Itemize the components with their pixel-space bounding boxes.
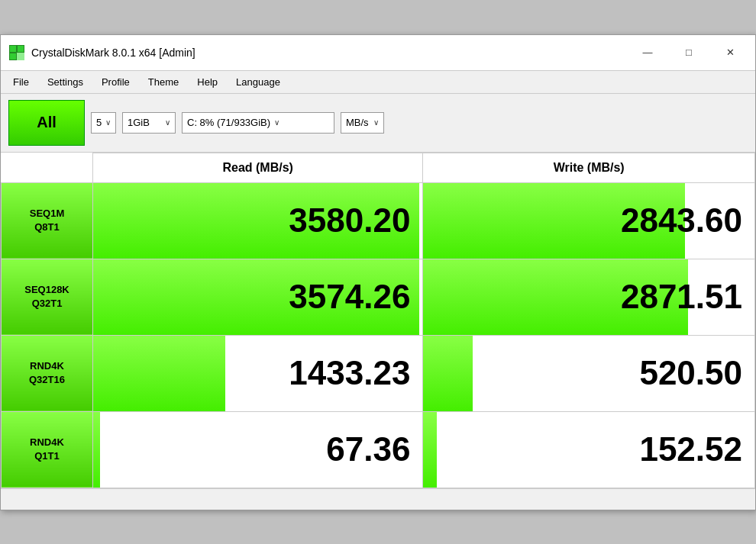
bench-label-0: SEQ1MQ8T1 xyxy=(2,182,93,259)
status-bar xyxy=(1,488,755,510)
all-button[interactable]: All xyxy=(8,100,85,146)
menu-bar: FileSettingsProfileThemeHelpLanguage xyxy=(1,71,755,94)
write-value-0: 2843.60 xyxy=(621,201,742,240)
count-select[interactable]: 5 1 3 xyxy=(96,117,102,128)
bench-label-3: RND4KQ1T1 xyxy=(2,411,93,488)
bench-table: Read (MB/s) Write (MB/s) SEQ1MQ8T13580.2… xyxy=(1,153,755,488)
window-title: CrystalDiskMark 8.0.1 x64 [Admin] xyxy=(31,47,630,59)
read-value-0: 3580.20 xyxy=(289,201,410,240)
app-icon xyxy=(8,44,25,61)
bench-write-0: 2843.60 xyxy=(423,182,755,259)
write-header: Write (MB/s) xyxy=(423,153,755,182)
drive-select-wrapper[interactable]: C: 8% (71/933GiB) xyxy=(182,112,334,134)
corner-cell xyxy=(2,153,93,182)
bench-label-1: SEQ128KQ32T1 xyxy=(2,259,93,335)
size-select-wrapper[interactable]: 1GiB 512MiB 2GiB xyxy=(122,112,176,134)
menu-item-profile[interactable]: Profile xyxy=(94,73,137,91)
count-select-wrapper[interactable]: 5 1 3 xyxy=(91,112,116,134)
read-value-1: 3574.26 xyxy=(289,278,410,316)
svg-rect-6 xyxy=(18,46,24,52)
write-value-1: 2871.51 xyxy=(621,278,742,316)
unit-select[interactable]: MB/s GB/s IOPS xyxy=(346,117,370,128)
bench-label-2: RND4KQ32T16 xyxy=(2,335,93,411)
toolbar: All 5 1 3 1GiB 512MiB 2GiB C: 8% (71/933… xyxy=(1,94,755,153)
menu-item-file[interactable]: File xyxy=(5,73,37,91)
table-row: RND4KQ32T161433.23520.50 xyxy=(2,335,755,411)
svg-rect-5 xyxy=(10,53,16,60)
write-value-2: 520.50 xyxy=(639,354,742,392)
app-window: CrystalDiskMark 8.0.1 x64 [Admin] — □ ✕ … xyxy=(0,34,756,510)
svg-rect-4 xyxy=(10,46,16,52)
bench-read-3: 67.36 xyxy=(93,411,423,488)
bench-write-1: 2871.51 xyxy=(423,259,755,335)
write-value-3: 152.52 xyxy=(639,430,742,468)
read-value-3: 67.36 xyxy=(326,430,410,468)
drive-select[interactable]: C: 8% (71/933GiB) xyxy=(187,117,271,128)
svg-rect-3 xyxy=(17,53,24,60)
menu-item-theme[interactable]: Theme xyxy=(141,73,186,91)
bench-read-0: 3580.20 xyxy=(93,182,423,259)
title-bar: CrystalDiskMark 8.0.1 x64 [Admin] — □ ✕ xyxy=(1,35,755,71)
bench-write-3: 152.52 xyxy=(423,411,755,488)
window-controls: — □ ✕ xyxy=(630,41,748,64)
table-row: SEQ128KQ32T13574.262871.51 xyxy=(2,259,755,335)
main-content: Read (MB/s) Write (MB/s) SEQ1MQ8T13580.2… xyxy=(1,153,755,488)
read-value-2: 1433.23 xyxy=(289,354,410,392)
read-header: Read (MB/s) xyxy=(93,153,423,182)
table-row: SEQ1MQ8T13580.202843.60 xyxy=(2,182,755,259)
menu-item-help[interactable]: Help xyxy=(189,73,225,91)
minimize-button[interactable]: — xyxy=(630,41,665,64)
maximize-button[interactable]: □ xyxy=(671,41,706,64)
bench-write-2: 520.50 xyxy=(423,335,755,411)
table-row: RND4KQ1T167.36152.52 xyxy=(2,411,755,488)
close-button[interactable]: ✕ xyxy=(712,41,748,64)
menu-item-language[interactable]: Language xyxy=(228,73,288,91)
unit-select-wrapper[interactable]: MB/s GB/s IOPS xyxy=(341,112,384,134)
bench-read-1: 3574.26 xyxy=(93,259,423,335)
bench-read-2: 1433.23 xyxy=(93,335,423,411)
size-select[interactable]: 1GiB 512MiB 2GiB xyxy=(128,117,162,128)
menu-item-settings[interactable]: Settings xyxy=(40,73,91,91)
